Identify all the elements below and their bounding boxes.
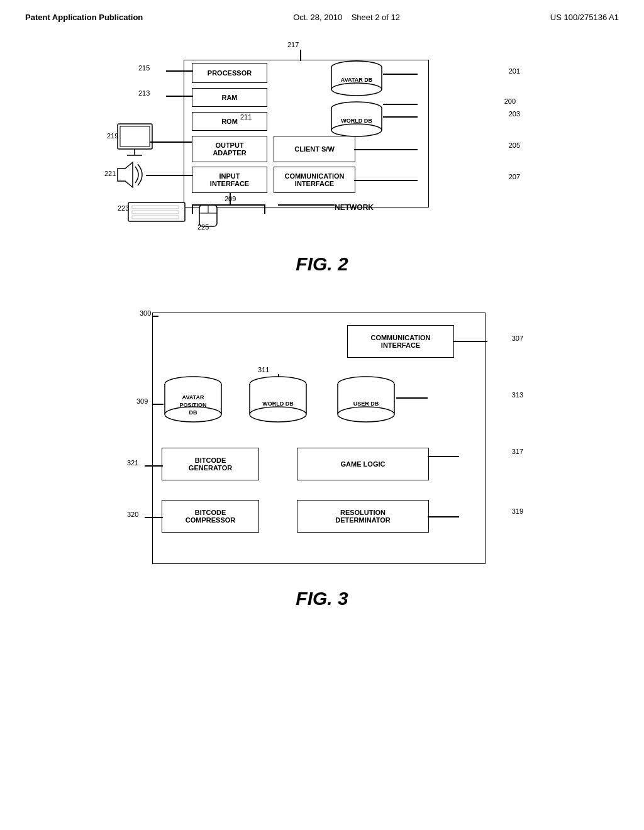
user-db-cylinder: USER DB bbox=[335, 375, 397, 426]
rom-box: ROM bbox=[192, 112, 267, 131]
avatar-pos-db-cylinder: AVATAR POSITION DB bbox=[162, 375, 225, 426]
ram-box: RAM bbox=[192, 88, 267, 107]
ref-207: 207 bbox=[509, 173, 520, 180]
svg-rect-13 bbox=[120, 126, 150, 147]
ref-319: 319 bbox=[512, 507, 523, 515]
svg-text:USER DB: USER DB bbox=[353, 401, 379, 407]
svg-text:WORLD DB: WORLD DB bbox=[341, 118, 372, 124]
bitcode-compressor-box: BITCODE COMPRESSOR bbox=[162, 500, 259, 533]
avatar-db-cylinder: AVATAR DB bbox=[328, 60, 385, 97]
header-center: Oct. 28, 2010 Sheet 2 of 12 bbox=[293, 13, 400, 22]
ref-205: 205 bbox=[509, 141, 520, 149]
client-sw-box: CLIENT S/W bbox=[274, 136, 355, 162]
bitcode-generator-box: BITCODE GENERATOR bbox=[162, 448, 259, 480]
ref-300: 300 bbox=[140, 309, 151, 317]
svg-point-36 bbox=[250, 407, 306, 422]
ref-320: 320 bbox=[127, 511, 138, 518]
network-label: NETWORK bbox=[335, 203, 374, 212]
input-interface-box: INPUT INTERFACE bbox=[192, 167, 267, 193]
ref-201: 201 bbox=[509, 67, 520, 75]
ref-219: 219 bbox=[107, 132, 118, 140]
fig3-label: FIG. 3 bbox=[296, 588, 348, 609]
svg-text:AVATAR DB: AVATAR DB bbox=[341, 77, 373, 83]
ref-307: 307 bbox=[512, 335, 523, 342]
svg-point-10 bbox=[331, 124, 382, 136]
ref-215: 215 bbox=[138, 64, 150, 72]
fig3-diagram: 300 COMMUNICATION INTERFACE 307 AVATAR bbox=[102, 300, 542, 583]
svg-text:WORLD DB: WORLD DB bbox=[262, 401, 294, 407]
ref-225: 225 bbox=[197, 223, 209, 231]
output-adapter-box: OUTPUT ADAPTER bbox=[192, 136, 267, 162]
fig2-label: FIG. 2 bbox=[296, 253, 348, 275]
header-right: US 100/275136 A1 bbox=[550, 13, 619, 22]
figures: 217 PROCESSOR RAM ROM bbox=[25, 28, 619, 609]
svg-text:AVATAR: AVATAR bbox=[182, 394, 204, 401]
ref-221: 221 bbox=[104, 170, 116, 177]
game-logic-box: GAME LOGIC bbox=[297, 448, 429, 480]
svg-text:POSITION: POSITION bbox=[179, 402, 206, 408]
page: Patent Application Publication Oct. 28, … bbox=[0, 0, 644, 830]
ref-313: 313 bbox=[512, 391, 523, 399]
monitor-icon bbox=[114, 123, 162, 163]
ref-203: 203 bbox=[509, 110, 520, 118]
ref-309: 309 bbox=[136, 397, 148, 405]
ref-223: 223 bbox=[118, 204, 129, 212]
svg-point-4 bbox=[331, 83, 382, 96]
ref-321: 321 bbox=[127, 459, 138, 467]
processor-box: PROCESSOR bbox=[192, 63, 267, 83]
ref-317: 317 bbox=[512, 448, 523, 455]
svg-text:DB: DB bbox=[189, 409, 197, 416]
world-db-cylinder-fig3: WORLD DB bbox=[247, 375, 309, 426]
ref-200: 200 bbox=[504, 97, 516, 105]
world-db-cylinder: WORLD DB bbox=[328, 101, 385, 138]
fig2-diagram: 217 PROCESSOR RAM ROM bbox=[102, 41, 542, 248]
fig2-container: 217 PROCESSOR RAM ROM bbox=[25, 41, 619, 275]
speaker-icon bbox=[111, 159, 146, 191]
ref-217: 217 bbox=[287, 41, 299, 48]
ref-211: 211 bbox=[240, 113, 252, 121]
ref-311: 311 bbox=[258, 366, 269, 374]
svg-point-42 bbox=[338, 407, 394, 422]
resolution-determinator-box: RESOLUTION DETERMINATOR bbox=[297, 500, 429, 533]
fig3-container: 300 COMMUNICATION INTERFACE 307 AVATAR bbox=[25, 300, 619, 609]
header-left: Patent Application Publication bbox=[25, 13, 143, 22]
comm-interface-box-fig2: COMMUNICATION INTERFACE bbox=[274, 167, 355, 193]
comm-interface-box-fig3: COMMUNICATION INTERFACE bbox=[347, 325, 454, 358]
keyboard-icon bbox=[127, 201, 190, 226]
svg-rect-17 bbox=[128, 202, 185, 221]
svg-marker-16 bbox=[118, 162, 133, 187]
header: Patent Application Publication Oct. 28, … bbox=[25, 13, 619, 22]
ref-213: 213 bbox=[138, 89, 150, 97]
